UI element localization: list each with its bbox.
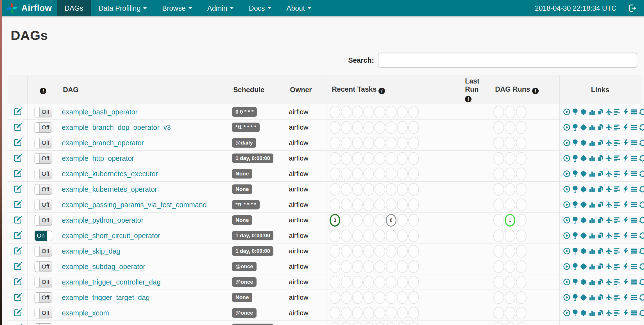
gantt-icon[interactable] [614, 232, 621, 239]
landing-times-icon[interactable] [605, 216, 613, 224]
dag-link[interactable]: example_branch_dop_operator_v3 [62, 123, 171, 131]
dag-pause-toggle[interactable]: Off [35, 107, 52, 117]
dag-link[interactable]: example_subdag_operator [62, 263, 145, 270]
dag-pause-toggle[interactable]: Off [35, 153, 52, 164]
search-input[interactable] [378, 53, 637, 68]
refresh-icon[interactable] [639, 247, 644, 255]
graph-view-icon[interactable] [580, 170, 587, 177]
refresh-icon[interactable] [639, 124, 644, 131]
refresh-icon[interactable] [639, 108, 644, 116]
graph-view-icon[interactable] [580, 155, 587, 162]
sign-out-icon[interactable] [628, 4, 637, 12]
refresh-icon[interactable] [639, 186, 644, 193]
landing-times-icon[interactable] [605, 124, 613, 131]
dag-pause-toggle[interactable]: Off [35, 169, 52, 179]
trigger-dag-icon[interactable] [563, 139, 570, 146]
landing-times-icon[interactable] [605, 309, 613, 317]
gantt-icon[interactable] [614, 139, 621, 146]
graph-view-icon[interactable] [580, 294, 587, 301]
nav-item-data-profiling[interactable]: Data Profiling [91, 0, 155, 16]
dag-pause-toggle[interactable]: Off [35, 308, 52, 318]
task-tries-icon[interactable] [597, 294, 604, 301]
task-tries-icon[interactable] [597, 309, 604, 317]
task-tries-icon[interactable] [597, 139, 604, 146]
landing-times-icon[interactable] [605, 232, 613, 239]
graph-view-icon[interactable] [580, 309, 587, 317]
details-icon[interactable] [631, 294, 638, 301]
nav-item-docs[interactable]: Docs [241, 0, 279, 16]
landing-times-icon[interactable] [605, 247, 613, 255]
details-icon[interactable] [631, 108, 638, 116]
code-icon[interactable] [622, 155, 629, 162]
task-tries-icon[interactable] [597, 124, 604, 131]
edit-dag-icon[interactable] [13, 122, 22, 131]
trigger-dag-icon[interactable] [563, 186, 570, 193]
details-icon[interactable] [631, 155, 638, 162]
trigger-dag-icon[interactable] [563, 170, 570, 177]
task-duration-icon[interactable] [588, 278, 596, 286]
refresh-icon[interactable] [639, 294, 644, 301]
details-icon[interactable] [631, 232, 638, 239]
details-icon[interactable] [631, 247, 638, 255]
task-duration-icon[interactable] [588, 309, 596, 317]
gantt-icon[interactable] [614, 201, 621, 208]
code-icon[interactable] [622, 247, 629, 255]
dag-run-circle[interactable]: 1 [505, 214, 515, 227]
dag-link[interactable]: example_trigger_controller_dag [62, 278, 161, 286]
tree-view-icon[interactable] [572, 155, 579, 162]
task-duration-icon[interactable] [588, 186, 596, 193]
task-tries-icon[interactable] [597, 155, 604, 162]
details-icon[interactable] [631, 201, 638, 208]
dag-link[interactable]: example_http_operator [62, 154, 134, 162]
dag-link[interactable]: example_kubernetes_executor [62, 170, 158, 178]
task-tries-icon[interactable] [597, 186, 604, 193]
tree-view-icon[interactable] [572, 201, 579, 208]
task-duration-icon[interactable] [588, 247, 596, 255]
task-duration-icon[interactable] [588, 155, 596, 162]
task-tries-icon[interactable] [597, 216, 604, 224]
trigger-dag-icon[interactable] [563, 263, 570, 270]
task-tries-icon[interactable] [597, 201, 604, 208]
task-duration-icon[interactable] [588, 170, 596, 177]
dag-link[interactable]: example_short_circuit_operator [62, 232, 160, 240]
task-duration-icon[interactable] [588, 139, 596, 146]
refresh-icon[interactable] [639, 201, 644, 208]
task-duration-icon[interactable] [588, 201, 596, 208]
trigger-dag-icon[interactable] [563, 124, 570, 131]
dag-pause-toggle[interactable]: Off [35, 184, 52, 195]
trigger-dag-icon[interactable] [563, 216, 570, 224]
trigger-dag-icon[interactable] [563, 309, 570, 317]
details-icon[interactable] [631, 170, 638, 177]
task-tries-icon[interactable] [597, 263, 604, 270]
edit-dag-icon[interactable] [13, 184, 22, 193]
code-icon[interactable] [622, 294, 629, 301]
graph-view-icon[interactable] [580, 216, 587, 224]
gantt-icon[interactable] [614, 294, 621, 301]
graph-view-icon[interactable] [580, 201, 587, 208]
nav-item-dags[interactable]: DAGs [57, 0, 91, 16]
details-icon[interactable] [631, 186, 638, 193]
edit-dag-icon[interactable] [13, 261, 22, 270]
gantt-icon[interactable] [614, 278, 621, 286]
tree-view-icon[interactable] [572, 216, 579, 224]
dag-link[interactable]: example_kubernetes_operator [62, 185, 157, 193]
details-icon[interactable] [631, 309, 638, 317]
graph-view-icon[interactable] [580, 263, 587, 270]
edit-dag-icon[interactable] [13, 153, 22, 162]
gantt-icon[interactable] [614, 309, 621, 317]
tree-view-icon[interactable] [572, 294, 579, 301]
edit-dag-icon[interactable] [13, 200, 22, 209]
dag-link[interactable]: example_python_operator [62, 216, 143, 224]
edit-dag-icon[interactable] [13, 292, 22, 301]
details-icon[interactable] [631, 263, 638, 270]
dag-link[interactable]: example_passing_params_via_test_command [62, 201, 207, 209]
refresh-icon[interactable] [639, 232, 644, 239]
trigger-dag-icon[interactable] [563, 278, 570, 286]
edit-dag-icon[interactable] [13, 277, 22, 286]
code-icon[interactable] [622, 108, 629, 116]
tree-view-icon[interactable] [572, 278, 579, 286]
dag-pause-toggle[interactable]: Off [35, 246, 52, 256]
code-icon[interactable] [622, 263, 629, 270]
code-icon[interactable] [622, 124, 629, 131]
trigger-dag-icon[interactable] [563, 232, 570, 239]
